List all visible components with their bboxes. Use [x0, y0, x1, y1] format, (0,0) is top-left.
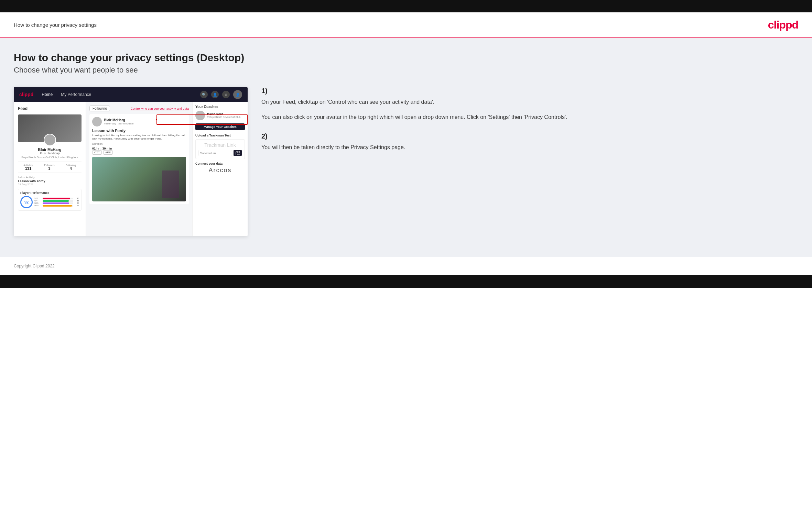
post-avatar [92, 117, 102, 126]
plus-icon: ⊕ [222, 91, 230, 98]
bar-arg: ARG 86 [34, 202, 79, 204]
avatar: 👤 [233, 90, 242, 99]
footer: Copyright Clippd 2022 [0, 257, 812, 275]
logo: clippd [768, 19, 798, 31]
app-feed-tab: Feed [18, 106, 82, 111]
coaches-title: Your Coaches [195, 105, 245, 109]
content-row: clippd Home My Performance 🔍 👤 ⊕ 👤 Feed [14, 87, 798, 236]
app-nav-home: Home [42, 92, 53, 97]
profile-avatar [44, 134, 56, 146]
post-duration-label: Duration [92, 142, 186, 145]
coach-club: ⚲ Royal North Devon Golf Club [207, 116, 240, 119]
app-stat-followers: Followers 3 [44, 164, 55, 170]
bar-putt: PUTT 96 [34, 205, 79, 207]
app-profile-handicap: Plus Handicap [18, 152, 82, 155]
bar-ott: OTT 90 [34, 197, 79, 199]
app-nav-performance: My Performance [61, 92, 91, 97]
step2-number: 2) [261, 132, 798, 140]
main-content: How to change your privacy settings (Des… [0, 38, 812, 257]
app-mockup: clippd Home My Performance 🔍 👤 ⊕ 👤 Feed [14, 87, 248, 236]
coach-name: David Ford [207, 112, 240, 116]
coach-avatar [195, 111, 205, 120]
page-heading: How to change your privacy settings (Des… [14, 52, 798, 64]
post-tags: OTT APP [92, 150, 186, 155]
app-stats: Activities 131 Followers 3 Following 4 [18, 162, 82, 173]
copyright: Copyright Clippd 2022 [14, 264, 55, 268]
following-button[interactable]: Following [89, 106, 110, 111]
step1-number: 1) [261, 87, 798, 95]
app-quality-row: 92 OTT 90 APP [20, 196, 79, 208]
app-stat-activities: Activities 131 [23, 164, 33, 170]
app-right-panel: Your Coaches David Ford ⚲ Royal North De… [193, 102, 248, 236]
header: How to change your privacy settings clip… [0, 12, 812, 38]
arccos-label: Arccos [195, 167, 245, 174]
bar-app: APP 85 [34, 200, 79, 202]
app-post: Blair McHarg Yesterday · Sunningdale Les… [89, 114, 189, 204]
trackman-box: Trackman Link Add Link [195, 139, 245, 159]
step2-text: You will then be taken directly to the P… [261, 143, 798, 152]
privacy-link[interactable]: Control who can see your activity and da… [130, 107, 189, 110]
manage-coaches-button[interactable]: Manage Your Coaches [195, 123, 245, 130]
app-player-perf-title: Player Performance [20, 191, 79, 195]
instructions: 1) On your Feed, click/tap on 'Control w… [261, 87, 798, 163]
app-body: Feed Blair McHarg Plus Handicap Royal No… [14, 102, 248, 236]
app-quality-circle: 92 [20, 196, 33, 208]
app-profile-img [18, 114, 82, 142]
user-icon: 👤 [211, 91, 219, 98]
app-player-performance: Player Performance 92 OTT 90 [18, 189, 82, 211]
post-description: Looking to feel like my hands are exitin… [92, 134, 186, 141]
search-icon: 🔍 [200, 91, 208, 98]
post-author: Blair McHarg [104, 118, 133, 122]
app-profile-name: Blair McHarg [18, 147, 82, 152]
app-quality-bars: OTT 90 APP [34, 197, 79, 207]
add-link-button[interactable]: Add Link [234, 150, 242, 156]
app-post-header: Blair McHarg Yesterday · Sunningdale [92, 117, 186, 126]
post-title: Lesson with Fordy [92, 129, 186, 133]
post-duration-value: 01 hr : 30 min [92, 147, 186, 150]
tag-app: APP [103, 150, 113, 155]
coach-row: David Ford ⚲ Royal North Devon Golf Club [195, 111, 245, 120]
app-profile-club: Royal North Devon Golf Club, United King… [18, 156, 82, 159]
app-nav: clippd Home My Performance 🔍 👤 ⊕ 👤 [14, 87, 248, 102]
step1-text2: You can also click on your avatar in the… [261, 113, 798, 122]
app-latest-label: Latest Activity [18, 176, 82, 179]
trackman-title: Upload a Trackman Test [195, 134, 245, 137]
post-image [92, 157, 186, 201]
app-sidebar: Feed Blair McHarg Plus Handicap Royal No… [14, 102, 86, 236]
app-latest-activity: Lesson with Fordy [18, 179, 82, 183]
step1-text: On your Feed, click/tap on 'Control who … [261, 98, 798, 107]
post-meta: Yesterday · Sunningdale [104, 122, 133, 125]
connect-title: Connect your data [195, 162, 245, 165]
trackman-input-row: Add Link [198, 150, 242, 156]
app-stat-following: Following 4 [66, 164, 76, 170]
top-bar [0, 0, 812, 12]
instruction-step1: 1) On your Feed, click/tap on 'Control w… [261, 87, 798, 121]
trackman-placeholder: Trackman Link [198, 142, 242, 148]
header-title: How to change your privacy settings [14, 22, 97, 28]
app-feed-header: Following Control who can see your activ… [89, 106, 189, 111]
app-feed: Following Control who can see your activ… [86, 102, 193, 236]
app-latest-date: 03 Aug 2022 [18, 183, 82, 186]
app-nav-icons: 🔍 👤 ⊕ 👤 [200, 90, 242, 99]
app-nav-logo: clippd [19, 92, 33, 97]
tag-ott: OTT [92, 150, 102, 155]
instruction-step2: 2) You will then be taken directly to th… [261, 132, 798, 152]
bottom-bar [0, 275, 812, 288]
page-subheading: Choose what you want people to see [14, 66, 798, 75]
trackman-input[interactable] [198, 150, 232, 156]
